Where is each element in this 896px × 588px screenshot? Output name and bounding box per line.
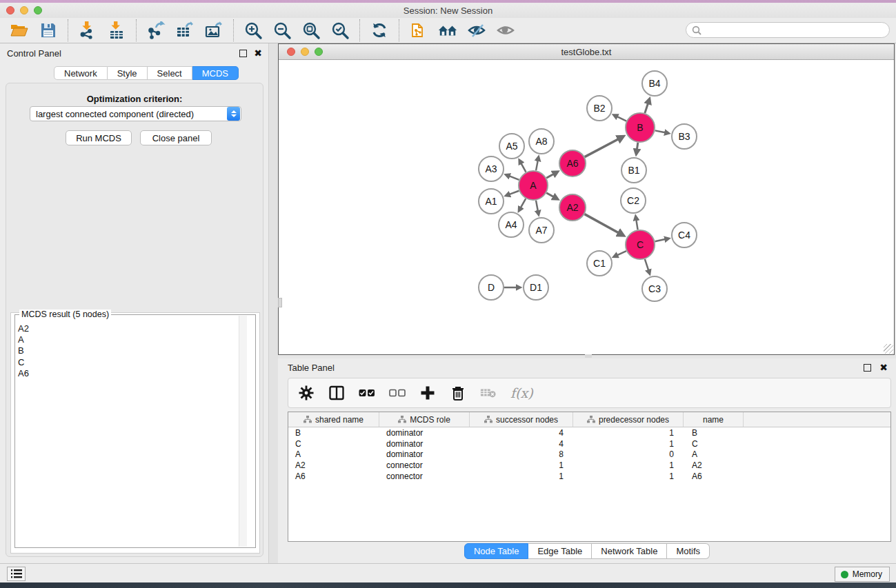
mcds-result-item[interactable]: A: [18, 334, 29, 345]
graph-edge-A-A2[interactable]: [546, 193, 553, 197]
graph-edge-A6-B[interactable]: [585, 139, 619, 157]
graph-node-label-A7: A7: [535, 225, 547, 236]
tab-motifs[interactable]: Motifs: [667, 543, 710, 559]
add-row-icon[interactable]: [419, 385, 436, 401]
tab-style[interactable]: Style: [108, 66, 148, 80]
table-row[interactable]: A2connector11A2: [288, 460, 890, 471]
export-network-icon[interactable]: [146, 21, 166, 40]
graph-edge-A-A8[interactable]: [536, 161, 538, 170]
export-image-icon[interactable]: [204, 21, 223, 40]
import-table-icon[interactable]: [107, 21, 126, 40]
delete-table-icon[interactable]: [480, 385, 497, 401]
graph-edge-A-A5[interactable]: [521, 163, 526, 172]
graph-edge-B-B4[interactable]: [645, 103, 648, 113]
mcds-result-list[interactable]: A2ABCA6: [18, 323, 29, 379]
search-field[interactable]: [686, 22, 890, 38]
graph-edge-B-B1[interactable]: [637, 143, 637, 150]
table-cell: C: [684, 439, 744, 449]
zoom-selected-icon[interactable]: [330, 21, 350, 40]
criterion-dropdown[interactable]: largest connected component (directed): [30, 106, 241, 121]
graph-edge-A-A4[interactable]: [521, 199, 526, 207]
import-network-icon[interactable]: [78, 21, 97, 40]
close-panel-icon[interactable]: ✖: [254, 50, 262, 57]
graph-edge-A-A3[interactable]: [510, 176, 519, 180]
column-header-shared-name[interactable]: shared name: [288, 412, 379, 427]
hierarchy-icon: [587, 416, 595, 423]
network-window-titlebar[interactable]: testGlobe.txt: [279, 44, 894, 60]
graph-edge-A-A6[interactable]: [546, 174, 553, 178]
tab-node-table[interactable]: Node Table: [464, 543, 529, 559]
select-all-checked-icon[interactable]: [359, 385, 375, 401]
run-mcds-button[interactable]: Run MCDS: [66, 130, 132, 145]
graph-edge-C-C4[interactable]: [655, 239, 665, 241]
task-history-button[interactable]: [7, 567, 26, 581]
table-cell: A2: [288, 460, 379, 470]
network-close-button[interactable]: [287, 48, 295, 56]
network-window-title: testGlobe.txt: [279, 47, 894, 57]
mcds-list-scrollbar[interactable]: [239, 316, 247, 547]
trash-icon[interactable]: [450, 385, 466, 401]
minimize-window-button[interactable]: [20, 6, 28, 14]
table-cell: A2: [684, 460, 744, 470]
tab-edge-table[interactable]: Edge Table: [528, 543, 592, 559]
network-zoom-button[interactable]: [315, 48, 323, 56]
close-panel-button[interactable]: Close panel: [140, 130, 212, 145]
refresh-icon[interactable]: [370, 21, 389, 40]
column-header-name[interactable]: name: [684, 412, 744, 427]
column-header-mcds-role[interactable]: MCDS role: [379, 412, 470, 427]
mcds-result-panel: MCDS result (5 nodes) A2ABCA6: [10, 312, 260, 554]
close-table-panel-icon[interactable]: ✖: [879, 364, 888, 372]
tab-mcds[interactable]: MCDS: [192, 66, 239, 80]
search-input[interactable]: [701, 26, 874, 35]
column-header-successor-nodes[interactable]: successor nodes: [470, 412, 573, 427]
graph-edge-C-C2[interactable]: [636, 220, 637, 230]
tab-network[interactable]: Network: [54, 66, 108, 80]
float-table-panel-icon[interactable]: [864, 364, 871, 372]
control-panel-title: Control Panel: [7, 48, 61, 59]
graph-edge-A-A7[interactable]: [536, 201, 538, 211]
table-tabs: Node Table Edge Table Network Table Moti…: [278, 543, 896, 559]
network-canvas[interactable]: AA1A2A3A4A5A6A7A8BB1B2B3B4CC1C2C3C4DD1: [279, 60, 894, 354]
table-row[interactable]: Adominator80A: [288, 449, 890, 460]
column-header-predecessor-nodes[interactable]: predecessor nodes: [573, 412, 684, 427]
panel-divider[interactable]: [269, 43, 278, 563]
duplicate-network-icon[interactable]: [409, 21, 428, 40]
mcds-result-item[interactable]: B: [18, 345, 29, 356]
function-builder-icon[interactable]: f(x): [510, 385, 533, 401]
gear-icon[interactable]: [298, 385, 315, 401]
graph-edge-C-C1[interactable]: [617, 251, 626, 255]
zoom-in-icon[interactable]: [243, 21, 263, 40]
graph-edge-A-A1[interactable]: [510, 191, 519, 194]
hide-eye-icon[interactable]: [467, 21, 486, 40]
deselect-all-icon[interactable]: [389, 385, 406, 401]
table-cell: connector: [379, 472, 470, 481]
mcds-result-item[interactable]: C: [18, 357, 29, 368]
tab-network-table[interactable]: Network Table: [592, 543, 667, 559]
memory-label: Memory: [853, 569, 882, 579]
tab-select[interactable]: Select: [148, 66, 192, 80]
table-row[interactable]: Cdominator41C: [288, 438, 890, 449]
columns-icon[interactable]: [328, 385, 345, 401]
graph-edge-B-B3[interactable]: [655, 130, 666, 132]
open-file-icon[interactable]: [10, 21, 29, 40]
memory-button[interactable]: Memory: [835, 567, 890, 582]
mcds-result-item[interactable]: A6: [18, 368, 29, 379]
graph-edge-B-B2[interactable]: [617, 116, 626, 121]
table-row[interactable]: A6connector11A6: [288, 471, 890, 482]
graph-edge-A2-C[interactable]: [585, 214, 619, 233]
home-layout-icon[interactable]: [438, 21, 457, 40]
zoom-out-icon[interactable]: [272, 21, 292, 40]
zoom-window-button[interactable]: [34, 6, 42, 14]
table-cell: 1: [573, 460, 684, 470]
export-table-icon[interactable]: [175, 21, 195, 40]
zoom-fit-icon[interactable]: [301, 21, 321, 40]
table-row[interactable]: Bdominator41B: [288, 427, 890, 438]
mcds-result-item[interactable]: A2: [18, 323, 29, 334]
close-window-button[interactable]: [6, 6, 14, 14]
resize-grip-icon[interactable]: [884, 344, 893, 354]
save-session-icon[interactable]: [39, 21, 58, 40]
graph-edge-C-C3[interactable]: [645, 259, 648, 270]
network-minimize-button[interactable]: [301, 48, 309, 56]
show-eye-icon[interactable]: [496, 21, 515, 40]
float-panel-icon[interactable]: [239, 50, 247, 57]
